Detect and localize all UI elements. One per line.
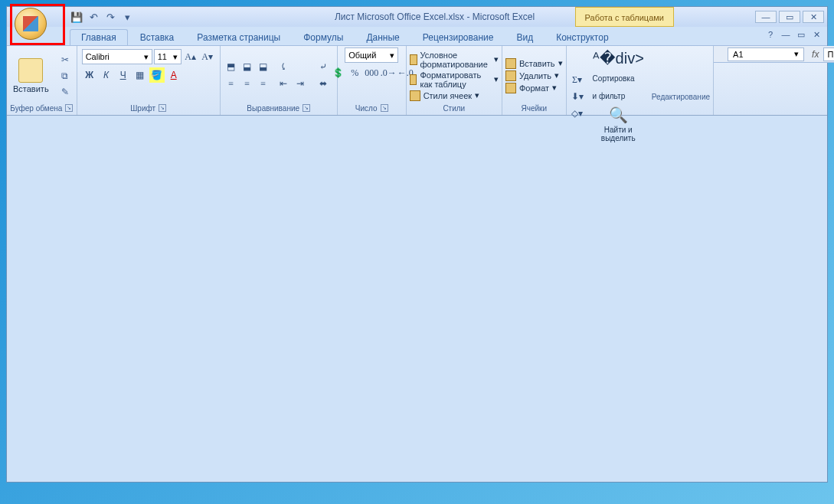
qat-dropdown-icon[interactable]: ▾ xyxy=(120,10,134,24)
context-tab[interactable]: Работа с таблицами xyxy=(575,7,674,27)
ribbon-help-icon[interactable]: ? xyxy=(764,28,777,41)
align-top-icon[interactable]: ⬒ xyxy=(224,60,239,75)
cell-styles-icon xyxy=(410,90,420,101)
tab-формулы[interactable]: Формулы xyxy=(293,30,354,45)
doc-minimize-icon[interactable]: — xyxy=(780,28,792,41)
alignment-launcher-icon[interactable]: ↘ xyxy=(303,104,310,112)
grow-font-icon[interactable]: A▴ xyxy=(183,49,198,64)
format-cells-button[interactable]: Формат▾ xyxy=(505,83,557,93)
number-launcher-icon[interactable]: ↘ xyxy=(381,104,388,112)
clipboard-launcher-icon[interactable]: ↘ xyxy=(65,104,73,112)
orientation-icon[interactable]: ⤹ xyxy=(276,60,291,75)
alignment-group-label: Выравнивание xyxy=(247,104,299,113)
tab-вид[interactable]: Вид xyxy=(505,30,544,45)
conditional-format-button[interactable]: Условное форматирование▾ xyxy=(410,51,499,69)
doc-close-icon[interactable]: ✕ xyxy=(810,28,823,41)
close-button[interactable]: ✕ xyxy=(803,11,824,23)
paste-icon xyxy=(18,58,43,83)
align-left-icon[interactable]: ≡ xyxy=(224,77,239,92)
bold-button[interactable]: Ж xyxy=(82,67,97,83)
percent-icon[interactable]: % xyxy=(347,65,362,80)
tab-конструктор[interactable]: Конструктор xyxy=(545,30,619,45)
cut-icon[interactable]: ✂ xyxy=(57,53,74,67)
table-format-icon xyxy=(410,74,417,85)
number-format-select[interactable]: Общий▾ xyxy=(345,47,398,63)
font-size-select[interactable]: 11▾ xyxy=(154,49,182,64)
name-box[interactable]: A1▾ xyxy=(728,47,804,61)
redo-icon[interactable]: ↷ xyxy=(103,10,117,24)
quick-access-toolbar: 💾 ↶ ↷ ▾ xyxy=(70,10,134,24)
cond-format-icon xyxy=(410,54,417,65)
delete-cells-button[interactable]: Удалить▾ xyxy=(505,70,559,81)
fx-icon[interactable]: fx xyxy=(812,49,819,60)
paste-label: Вставить xyxy=(13,84,49,93)
border-button[interactable]: ▦ xyxy=(132,67,148,83)
formula-input[interactable]: Продукты xyxy=(823,47,834,61)
tab-рецензирование[interactable]: Рецензирование xyxy=(412,30,505,45)
minimize-button[interactable]: — xyxy=(755,11,777,23)
find-icon: 🔍 xyxy=(609,106,628,124)
font-group-label: Шрифт xyxy=(130,104,155,113)
editing-group-label: Редактирование xyxy=(652,93,710,101)
excel-window: 💾 ↶ ↷ ▾ Лист Microsoft Office Excel.xlsx… xyxy=(6,6,828,483)
font-name-select[interactable]: Calibri▾ xyxy=(82,49,152,64)
fill-icon[interactable]: ⬇▾ xyxy=(570,89,585,104)
save-icon[interactable]: 💾 xyxy=(70,10,83,24)
number-group-label: Число xyxy=(355,104,378,113)
clear-icon[interactable]: ◇▾ xyxy=(570,106,585,121)
shrink-font-icon[interactable]: A▾ xyxy=(200,49,215,64)
sort-label: Сортировка и фильтр xyxy=(593,74,635,100)
sort-icon: ᴬ�div> Сортировка и фильтр xyxy=(593,49,644,103)
maximize-button[interactable]: ▭ xyxy=(779,11,800,23)
increase-decimal-icon[interactable]: .0→ xyxy=(381,65,396,80)
currency-icon[interactable]: 💲 xyxy=(330,65,345,80)
window-title: Лист Microsoft Office Excel.xlsx - Micro… xyxy=(134,11,827,22)
indent-increase-icon[interactable]: ⇥ xyxy=(293,77,308,92)
insert-cells-button[interactable]: Вставить▾ xyxy=(505,58,563,69)
styles-group-label: Стили xyxy=(443,104,465,113)
cells-group-label: Ячейки xyxy=(522,104,548,113)
copy-icon[interactable]: ⧉ xyxy=(57,69,74,83)
font-color-button[interactable]: A xyxy=(166,67,182,83)
format-as-table-button[interactable]: Форматировать как таблицу▾ xyxy=(410,70,499,89)
highlight-box xyxy=(10,4,65,45)
format-icon xyxy=(505,83,516,93)
undo-icon[interactable]: ↶ xyxy=(87,10,100,24)
sort-filter-button[interactable]: ᴬ�div> Сортировка и фильтр 🔍 Найти и выд… xyxy=(590,47,647,146)
indent-decrease-icon[interactable]: ⇤ xyxy=(276,77,291,92)
tab-разметка страницы[interactable]: Разметка страницы xyxy=(186,30,291,45)
find-label: Найти и выделить xyxy=(601,126,636,142)
paste-button[interactable]: Вставить xyxy=(10,57,52,95)
ribbon-tabs: ГлавнаяВставкаРазметка страницыФормулыДа… xyxy=(7,27,827,45)
format-painter-icon[interactable]: ✎ xyxy=(57,85,74,99)
clipboard-group-label: Буфер обмена xyxy=(10,104,62,113)
tab-вставка[interactable]: Вставка xyxy=(129,30,185,45)
autosum-icon[interactable]: Σ▾ xyxy=(570,72,585,87)
italic-button[interactable]: К xyxy=(99,67,114,83)
fill-color-button[interactable]: 🪣 xyxy=(149,67,165,83)
insert-icon xyxy=(505,58,516,69)
align-center-icon[interactable]: ≡ xyxy=(240,77,255,92)
ribbon: Вставить ✂ ⧉ ✎ Буфер обмена↘ Calibri▾ 11… xyxy=(7,45,827,116)
align-middle-icon[interactable]: ⬓ xyxy=(240,60,255,75)
align-bottom-icon[interactable]: ⬓ xyxy=(256,60,271,75)
titlebar: 💾 ↶ ↷ ▾ Лист Microsoft Office Excel.xlsx… xyxy=(7,7,827,27)
comma-icon[interactable]: 000 xyxy=(364,65,379,80)
tab-главная[interactable]: Главная xyxy=(70,29,128,45)
tab-данные[interactable]: Данные xyxy=(355,30,410,45)
underline-button[interactable]: Ч xyxy=(116,67,131,83)
font-launcher-icon[interactable]: ↘ xyxy=(159,104,166,112)
delete-icon xyxy=(505,70,516,81)
doc-restore-icon[interactable]: ▭ xyxy=(795,28,807,41)
find-select-button[interactable]: 🔍 Найти и выделить xyxy=(598,104,639,144)
cell-styles-button[interactable]: Стили ячеек▾ xyxy=(410,90,479,101)
align-right-icon[interactable]: ≡ xyxy=(256,77,271,92)
formula-bar-row: A1▾ fx Продукты xyxy=(714,46,834,63)
